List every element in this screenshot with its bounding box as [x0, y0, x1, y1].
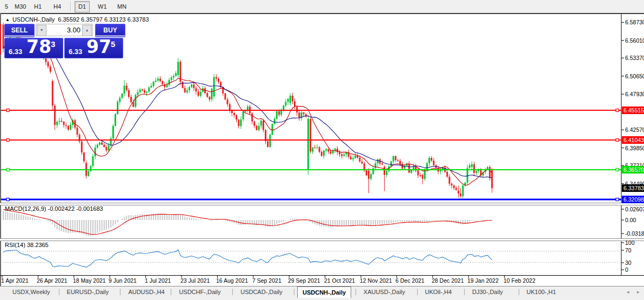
- buy-price-box[interactable]: 6.33 97 5: [64, 38, 123, 58]
- symbol-tab-usdcad[interactable]: USDCAD-,Daily: [236, 288, 287, 297]
- macd-title: MACD(12,26,9) -0.002422 -0.001683: [5, 205, 103, 212]
- price-line-tag: 6.36570: [622, 166, 644, 174]
- time-axis-label: 9 Jun 2021: [109, 277, 137, 284]
- buy-price-superscript: 5: [111, 39, 115, 49]
- time-axis-label: 29 Sep 2021: [288, 277, 320, 284]
- rsi-axis-label: 0: [625, 266, 628, 273]
- symbol-tab-eurusd[interactable]: EURUSD-,Daily: [62, 288, 114, 297]
- volume-value[interactable]: 3.00: [67, 26, 81, 34]
- volume-decrease-button[interactable]: ▾: [37, 25, 46, 36]
- trading-platform-window: 5M30H1H4D1W1MN ▲USDCNH-,Daily 6.35592 6.…: [0, 0, 644, 300]
- price-axis-label: 6.42570: [625, 126, 644, 133]
- rsi-value: 38.2365: [27, 242, 49, 248]
- price-line-tag: 6.41043: [622, 136, 644, 144]
- symbol-tab-usdchf[interactable]: USDCHF-,Daily: [174, 288, 225, 297]
- tab-separator: [59, 289, 59, 295]
- tab-separator: [171, 289, 171, 295]
- price-axis-label: 6.56010: [625, 37, 644, 44]
- macd-axis-label: 0.02607: [625, 206, 644, 212]
- macd-axis-label: -0.03187: [625, 230, 644, 237]
- one-click-trade-panel: SELL ▾ 3.00 ▴ BUY 6.33 78 3 6.33 97 5: [4, 24, 124, 57]
- time-axis-label: 19 Jan 2022: [467, 277, 499, 284]
- time-axis-label: 6 Dec 2021: [395, 277, 425, 284]
- symbol-tab-xauusd[interactable]: XAUUSD-,Daily: [359, 288, 410, 297]
- time-axis-label: 1 Apr 2021: [1, 277, 29, 284]
- tab-separator: [232, 289, 233, 295]
- price-axis-label: 6.47930: [625, 91, 644, 97]
- tab-scroll-left-icon[interactable]: ◂: [627, 289, 629, 295]
- symbol-tab-usdx[interactable]: USDX,Weekly: [8, 288, 55, 297]
- price-axis-label: 6.53370: [625, 55, 644, 61]
- macd-axis-label: 0.00: [625, 217, 636, 223]
- price-axis-label: 6.58730: [625, 19, 644, 25]
- buy-price-prefix: 6.33: [69, 48, 82, 56]
- volume-spinner: ▾ 3.00 ▴: [36, 24, 93, 36]
- price-line-tag: 6.45515: [622, 106, 644, 114]
- rsi-axis-label: 70: [625, 247, 632, 254]
- buy-price-big-digits: 97: [86, 36, 111, 57]
- tab-separator: [519, 289, 519, 295]
- time-axis-label: 7 Sep 2021: [252, 277, 281, 284]
- rsi-axis-label: 100: [625, 239, 635, 246]
- tab-separator: [120, 289, 120, 295]
- sell-button[interactable]: SELL: [4, 24, 35, 37]
- sell-price-box[interactable]: 6.33 78 3: [4, 38, 63, 58]
- tab-separator: [294, 289, 294, 295]
- symbol-tab-bar: USDX,WeeklyEURUSD-,DailyAUDUSD-,H4USDCHF…: [0, 286, 644, 297]
- time-axis-label: 23 Jul 2021: [180, 277, 210, 284]
- symbol-tab-ukoil[interactable]: UKOil-,H4: [420, 288, 457, 297]
- buy-button[interactable]: BUY: [95, 24, 125, 37]
- time-axis-label: 1 Jul 2021: [145, 277, 171, 284]
- chart-symbol-label: USDCNH-,Daily: [12, 16, 55, 23]
- rsi-title: RSI(14) 38.2365: [5, 242, 49, 248]
- tab-separator: [417, 289, 418, 295]
- time-axis-label: 18 May 2021: [73, 277, 106, 284]
- sell-price-big-digits: 78: [26, 36, 51, 57]
- tab-scroll-right-icon[interactable]: ▸: [637, 289, 640, 295]
- chart-ohlc-values: 6.35592 6.35797 6.33123 6.33783: [58, 16, 149, 23]
- collapse-quote-panel-icon[interactable]: ▲: [5, 17, 10, 22]
- time-axis-label: 12 Nov 2021: [360, 277, 392, 284]
- price-axis-label: 6.39850: [625, 145, 644, 151]
- time-axis-label: 10 Feb 2022: [504, 277, 535, 284]
- chart-title: ▲USDCNH-,Daily 6.35592 6.35797 6.33123 6…: [5, 16, 149, 23]
- price-axis-label: 6.50650: [625, 73, 644, 79]
- symbol-tab-usdcnh[interactable]: USDCNH-,Daily: [297, 286, 351, 298]
- volume-increase-button[interactable]: ▴: [82, 25, 92, 36]
- time-axis-label: 28 Dec 2021: [432, 277, 464, 284]
- macd-rsi-splitter[interactable]: [0, 238, 644, 241]
- rsi-axis-label: 30: [625, 259, 632, 266]
- symbol-tab-dj30[interactable]: DJ30-,Daily: [467, 288, 508, 297]
- time-axis-border: [0, 275, 644, 276]
- sell-price-prefix: 6.33: [9, 48, 22, 56]
- time-axis-label: 26 Apr 2021: [37, 277, 68, 284]
- symbol-tab-audusd[interactable]: AUDUSD-,H4: [123, 288, 169, 297]
- macd-values: -0.002422 -0.001683: [48, 205, 103, 212]
- tab-separator: [355, 289, 356, 295]
- tab-separator: [464, 289, 465, 295]
- symbol-tab-uk100[interactable]: UK100-,H1: [522, 288, 561, 297]
- current-price-tag: 6.33783: [622, 184, 644, 192]
- time-axis-label: 21 Oct 2021: [324, 277, 355, 284]
- sell-price-superscript: 3: [51, 39, 55, 49]
- time-axis-label: 16 Aug 2021: [216, 277, 248, 284]
- price-line-tag: 6.32098: [622, 196, 644, 203]
